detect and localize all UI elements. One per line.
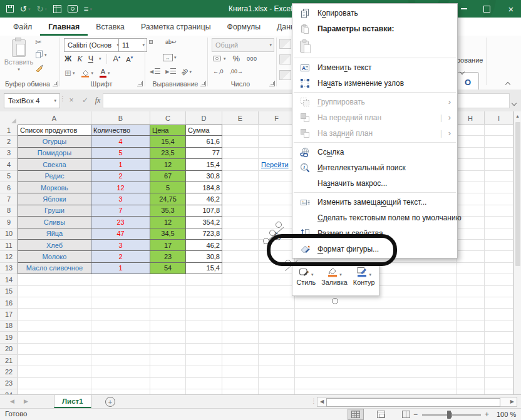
font-dialog-launcher[interactable] <box>137 81 143 86</box>
grid-cell-A13[interactable]: Масло сливочное <box>18 263 91 274</box>
grid-cell-F14[interactable] <box>259 274 295 285</box>
grid-cell-I19[interactable] <box>485 332 513 343</box>
grid-row-header-22[interactable]: 22 <box>0 366 18 377</box>
grid-cell-A15[interactable] <box>18 286 91 297</box>
conditional-formatting-icon[interactable] <box>279 39 291 49</box>
underline-dropdown-icon[interactable]: ▾ <box>99 56 101 61</box>
mini-toolbar-fill[interactable]: ▾Заливка <box>321 266 348 294</box>
grid-cell-D6[interactable]: 184,8 <box>186 182 222 193</box>
align-top-icon[interactable] <box>150 41 152 43</box>
grid-cell-C21[interactable] <box>150 355 186 366</box>
select-all-corner[interactable] <box>0 111 18 125</box>
tab-Разметка страницы[interactable]: Разметка страницы <box>133 18 219 36</box>
grid-cell-A24[interactable] <box>18 389 91 394</box>
scroll-up-icon[interactable]: ▲ <box>514 111 521 121</box>
grid-cell-C11[interactable]: 17 <box>150 240 186 251</box>
copy-icon[interactable]: ▾ <box>35 50 47 60</box>
tab-Главная[interactable]: Главная <box>40 18 88 36</box>
grid-cell-C9[interactable]: 12 <box>150 217 186 228</box>
grid-row-header-7[interactable]: 7 <box>0 193 18 205</box>
grid-cell-I5[interactable] <box>485 171 513 182</box>
grid-cell-G24[interactable] <box>295 389 457 394</box>
grid-cell-E16[interactable] <box>222 297 259 309</box>
scroll-right-icon[interactable]: ▶ <box>510 399 514 404</box>
grid-cell-E22[interactable] <box>222 366 259 377</box>
grid-column-header-E[interactable]: E <box>222 111 259 125</box>
grid-column-header-H[interactable]: H <box>457 111 485 125</box>
grid-cell-B2[interactable]: 4 <box>91 136 150 147</box>
menu-item[interactable]: Изменить замещающий текст... <box>292 194 457 210</box>
page-break-view-button[interactable] <box>398 409 413 419</box>
grid-cell-B6[interactable]: 12 <box>91 182 150 193</box>
grid-cell-I2[interactable] <box>485 136 513 147</box>
grid-cell-I7[interactable] <box>485 193 513 205</box>
grid-cell-F8[interactable] <box>259 205 295 217</box>
shape-handle[interactable] <box>285 260 291 266</box>
grid-cell-B19[interactable] <box>91 332 150 343</box>
close-button[interactable]: × <box>503 0 518 18</box>
grid-cell-D8[interactable]: 107,8 <box>186 205 222 217</box>
menu-item[interactable]: На передний план|› <box>292 110 457 125</box>
grid-cell-H19[interactable] <box>457 332 485 343</box>
grid-cell-D24[interactable] <box>186 389 222 394</box>
grid-cell-E1[interactable] <box>222 125 259 136</box>
grid-cell-I22[interactable] <box>485 366 513 377</box>
grid-cell-H15[interactable] <box>457 286 485 297</box>
increase-decimal-icon[interactable]: ←,0 <box>213 68 224 74</box>
grid-cell-E4[interactable] <box>222 159 259 170</box>
shape-handle[interactable] <box>332 298 338 304</box>
alignment-dialog-launcher[interactable] <box>200 81 206 86</box>
menu-item[interactable]: iИнтеллектуальный поиск <box>292 160 457 175</box>
camera-icon[interactable] <box>68 5 78 13</box>
grid-cell-I18[interactable] <box>485 320 513 332</box>
grid-cell-D10[interactable]: 723,8 <box>186 228 222 240</box>
shape-handle[interactable] <box>263 238 269 244</box>
grid-row-header-13[interactable]: 13 <box>0 263 18 274</box>
grid-cell-A6[interactable]: Морковь <box>18 182 91 193</box>
minimize-button[interactable] <box>457 0 471 18</box>
grid-cell-F5[interactable] <box>259 171 295 182</box>
save-icon[interactable] <box>6 5 14 13</box>
grid-cell-H7[interactable] <box>457 193 485 205</box>
grid-cell-C19[interactable] <box>150 332 186 343</box>
grid-cell-I4[interactable] <box>485 159 513 170</box>
grid-cell-D7[interactable]: 46,2 <box>186 193 222 205</box>
grid-column-header-B[interactable]: B <box>91 111 150 125</box>
grid-cell-G19[interactable] <box>295 332 457 343</box>
format-painter-icon[interactable] <box>35 64 44 74</box>
grid-cell-H3[interactable] <box>457 148 485 159</box>
accounting-format-icon[interactable]: ▾ <box>213 55 226 62</box>
grid-cell-B1[interactable]: Количество <box>91 125 150 136</box>
mini-toolbar-outline[interactable]: ▾Контур <box>353 266 375 294</box>
grid-cell-A10[interactable]: Яйца <box>18 228 91 240</box>
grid-cell-B10[interactable]: 47 <box>91 228 150 240</box>
grid-cell-D15[interactable] <box>186 286 222 297</box>
paste-button[interactable]: Вставить ▾ <box>5 38 33 78</box>
grid-cell-A22[interactable] <box>18 366 91 377</box>
grid-cell-F23[interactable] <box>259 378 295 389</box>
grid-cell-C18[interactable] <box>150 320 186 332</box>
grid-cell-I14[interactable] <box>485 274 513 285</box>
increase-indent-icon[interactable]: ▶ <box>165 68 176 75</box>
grid-cell-C20[interactable] <box>150 344 186 355</box>
grid-cell-B8[interactable]: 7 <box>91 205 150 217</box>
grid-cell-G23[interactable] <box>295 378 457 389</box>
sheet-tab-Лист1[interactable]: Лист1 <box>54 395 91 408</box>
grid-cell-H6[interactable] <box>457 182 485 193</box>
grid-cell-C1[interactable]: Цена <box>150 125 186 136</box>
grid-row-header-14[interactable]: 14 <box>0 274 18 285</box>
grid-cell-C4[interactable]: 12 <box>150 159 186 170</box>
grid-cell-C13[interactable]: 54 <box>150 263 186 274</box>
grid-cell-E9[interactable] <box>222 217 259 228</box>
grid-cell-I3[interactable] <box>485 148 513 159</box>
grid-row-header-1[interactable]: 1 <box>0 125 18 136</box>
grid-cell-H1[interactable] <box>457 125 485 136</box>
grid-cell-F17[interactable] <box>259 309 295 320</box>
grid-cell-F22[interactable] <box>259 366 295 377</box>
grid-cell-F1[interactable] <box>259 125 295 136</box>
grid-cell-F2[interactable] <box>259 136 295 147</box>
page-layout-view-button[interactable] <box>373 409 388 419</box>
grid-cell-B16[interactable] <box>91 297 150 309</box>
grid-cell-B11[interactable]: 3 <box>91 240 150 251</box>
vertical-scroll-thumb[interactable] <box>515 122 520 266</box>
